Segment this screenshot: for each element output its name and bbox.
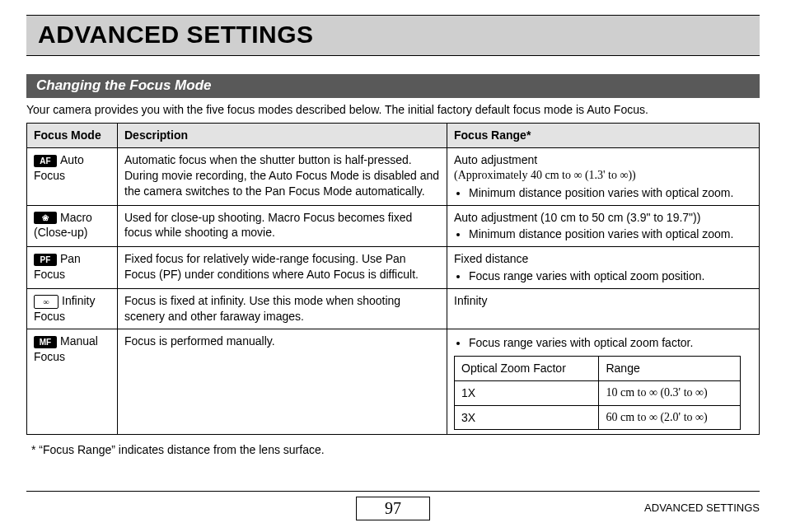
footer-label: ADVANCED SETTINGS <box>644 502 760 514</box>
cell-mode: ❀Macro (Close-up) <box>27 205 118 247</box>
range-line: Fixed distance <box>454 251 752 267</box>
infinity-icon: ∞ <box>34 295 58 309</box>
cell-range: Auto adjustment (Approximately 40 cm to … <box>447 147 760 205</box>
table-row: 1X 10 cm to ∞ (0.3' to ∞) <box>455 380 741 405</box>
page-title: ADVANCED SETTINGS <box>38 21 748 49</box>
cell-desc: Used for close-up shooting. Macro Focus … <box>118 205 447 247</box>
cell-desc: Automatic focus when the shutter button … <box>118 147 447 205</box>
sub-cell: 10 cm to ∞ (0.3' to ∞) <box>599 380 740 405</box>
table-header-row: Focus Mode Description Focus Range* <box>27 124 760 148</box>
cell-range: Auto adjustment (10 cm to 50 cm (3.9" to… <box>447 205 760 247</box>
range-bullet: Minimum distance position varies with op… <box>469 185 752 201</box>
page-title-bar: ADVANCED SETTINGS <box>26 15 760 56</box>
cell-mode: AFAuto Focus <box>27 147 118 205</box>
sub-cell: 3X <box>455 405 599 430</box>
cell-range: Focus range varies with optical zoom fac… <box>447 329 760 435</box>
sub-th: Range <box>599 356 740 380</box>
cell-mode: MFManual Focus <box>27 329 118 435</box>
table-row: PFPan Focus Fixed focus for relatively w… <box>27 247 760 289</box>
mf-icon: MF <box>34 336 57 348</box>
section-header: Changing the Focus Mode <box>26 74 760 98</box>
cell-desc: Focus is fixed at infinity. Use this mod… <box>118 289 447 329</box>
macro-icon: ❀ <box>34 212 57 224</box>
cell-desc: Focus is performed manually. <box>118 329 447 435</box>
table-row: 3X 60 cm to ∞ (2.0' to ∞) <box>455 405 741 430</box>
af-icon: AF <box>34 155 57 167</box>
cell-mode: PFPan Focus <box>27 247 118 289</box>
th-description: Description <box>118 124 447 148</box>
table-row: Optical Zoom Factor Range <box>455 356 741 380</box>
page-number: 97 <box>356 497 430 520</box>
page-footer: 97 ADVANCED SETTINGS <box>26 491 760 520</box>
sub-cell: 1X <box>455 380 599 405</box>
cell-range: Fixed distance Focus range varies with o… <box>447 247 760 289</box>
range-line: Auto adjustment (10 cm to 50 cm (3.9" to… <box>454 210 752 226</box>
cell-desc: Fixed focus for relatively wide-range fo… <box>118 247 447 289</box>
range-bullet: Focus range varies with optical zoom fac… <box>469 335 752 351</box>
th-focus-mode: Focus Mode <box>27 124 118 148</box>
intro-text: Your camera provides you with the five f… <box>26 103 760 116</box>
th-focus-range: Focus Range* <box>447 124 760 148</box>
range-line: Auto adjustment <box>454 152 752 168</box>
footer-divider <box>26 491 760 492</box>
footnote: * “Focus Range” indicates distance from … <box>31 443 760 456</box>
pf-icon: PF <box>34 254 57 266</box>
focus-mode-table: Focus Mode Description Focus Range* AFAu… <box>26 123 760 435</box>
range-line: (Approximately 40 cm to ∞ (1.3' to ∞)) <box>454 168 752 184</box>
table-row: ❀Macro (Close-up) Used for close-up shoo… <box>27 205 760 247</box>
sub-th: Optical Zoom Factor <box>455 356 599 380</box>
cell-range: Infinity <box>447 289 760 329</box>
zoom-range-table: Optical Zoom Factor Range 1X 10 cm to ∞ … <box>454 356 741 431</box>
range-bullet: Focus range varies with optical zoom pos… <box>469 268 752 284</box>
range-bullet: Minimum distance position varies with op… <box>469 226 752 242</box>
cell-mode: ∞Infinity Focus <box>27 289 118 329</box>
table-row: AFAuto Focus Automatic focus when the sh… <box>27 147 760 205</box>
sub-cell: 60 cm to ∞ (2.0' to ∞) <box>599 405 740 430</box>
table-row: ∞Infinity Focus Focus is fixed at infini… <box>27 289 760 329</box>
table-row: MFManual Focus Focus is performed manual… <box>27 329 760 435</box>
